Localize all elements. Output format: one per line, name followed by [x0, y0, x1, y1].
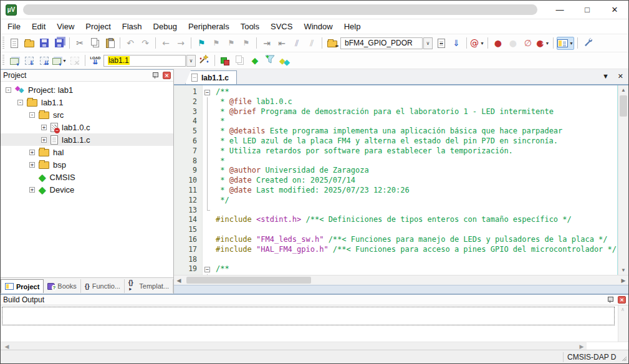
- menu-svcs[interactable]: SVCS: [265, 21, 298, 32]
- dropdown-arrow-icon[interactable]: ▼: [480, 41, 484, 46]
- expander-icon[interactable]: +: [29, 150, 35, 155]
- tree-item-lab1-1-c[interactable]: +lab1.1.c: [1, 133, 173, 146]
- download-load-icon[interactable]: LOAD⇊: [89, 54, 102, 67]
- close-panel-icon[interactable]: ✕: [163, 72, 171, 79]
- enable-disable-breakpoint-icon[interactable]: ●: [506, 37, 520, 50]
- unindent-icon[interactable]: ⇤: [275, 37, 289, 50]
- navigate-back-icon[interactable]: ←: [159, 37, 173, 50]
- save-all-icon[interactable]: [52, 37, 66, 50]
- resize-grip-icon[interactable]: [618, 352, 628, 362]
- fold-marker[interactable]: −: [203, 264, 212, 274]
- code-editor[interactable]: /** * @file lab1.0.c * @brief Programa d…: [212, 85, 618, 275]
- menu-tools[interactable]: Tools: [235, 21, 265, 32]
- expander-icon[interactable]: +: [41, 137, 47, 143]
- close-panel-icon[interactable]: ✕: [618, 296, 626, 304]
- build-icon[interactable]: [22, 54, 36, 67]
- menu-peripherals[interactable]: Peripherals: [183, 21, 235, 32]
- open-file-icon[interactable]: [22, 37, 36, 50]
- paste-icon[interactable]: [103, 37, 117, 50]
- kill-all-breakpoints-icon[interactable]: ●✕▼: [536, 37, 550, 50]
- tree-item-lab1-0-c[interactable]: +lab1.0.c: [1, 121, 173, 133]
- undo-icon[interactable]: ↶: [123, 37, 137, 50]
- insert-breakpoint-icon[interactable]: ●: [491, 37, 505, 50]
- navigate-forward-icon[interactable]: →: [174, 37, 188, 50]
- close-document-icon[interactable]: ✕: [618, 72, 623, 80]
- copy-windows-icon[interactable]: [233, 54, 247, 67]
- stop-build-icon[interactable]: [68, 54, 82, 67]
- tree-item-device[interactable]: +◆Device: [1, 183, 173, 196]
- find-combobox[interactable]: bFM4_GPIO_PDOR: [340, 37, 423, 49]
- scroll-down-icon[interactable]: ▼: [618, 266, 628, 275]
- uncomment-selection-icon[interactable]: ⫽: [305, 37, 319, 50]
- window-configuration-icon[interactable]: ▼: [557, 37, 574, 50]
- menu-edit[interactable]: Edit: [26, 21, 51, 32]
- document-tab[interactable]: lab1.1.c: [185, 70, 237, 84]
- pack-installer-icon[interactable]: ◆◆: [278, 54, 292, 67]
- save-icon[interactable]: [37, 37, 51, 50]
- target-combobox-dropdown[interactable]: ∨: [186, 55, 196, 67]
- at-symbol-find-icon[interactable]: @▼: [470, 37, 484, 50]
- fold-collapse-icon[interactable]: −: [204, 90, 210, 95]
- find-in-files-icon[interactable]: [325, 37, 339, 50]
- menu-debug[interactable]: Debug: [148, 21, 183, 32]
- toggle-bookmark-icon[interactable]: ⚑: [194, 37, 208, 50]
- expander-icon[interactable]: -: [17, 100, 23, 105]
- next-bookmark-icon[interactable]: ⚑: [209, 37, 223, 50]
- clear-bookmarks-icon[interactable]: ⚑: [239, 37, 253, 50]
- find-combobox-dropdown[interactable]: ∨: [423, 37, 433, 49]
- expander-icon[interactable]: +: [29, 187, 35, 193]
- find-in-files-dialog-icon[interactable]: [435, 37, 448, 50]
- menu-project[interactable]: Project: [80, 21, 116, 32]
- menu-help[interactable]: Help: [339, 21, 367, 32]
- scrollbar-thumb[interactable]: [620, 95, 627, 117]
- scroll-right-icon[interactable]: ▶: [618, 275, 628, 285]
- menu-window[interactable]: Window: [298, 21, 338, 32]
- tab-project[interactable]: Project: [1, 279, 44, 293]
- cut-icon[interactable]: ✂: [73, 37, 87, 50]
- pin-icon[interactable]: [607, 296, 614, 304]
- scrollbar-thumb[interactable]: [186, 277, 311, 284]
- pane-splitter[interactable]: [174, 285, 628, 294]
- expander-icon[interactable]: +: [41, 125, 47, 130]
- manage-run-time-environment-icon[interactable]: [218, 54, 232, 67]
- editor-horizontal-scrollbar[interactable]: ◀ ▶: [174, 275, 628, 285]
- expander-icon[interactable]: -: [29, 112, 35, 118]
- new-file-icon[interactable]: [7, 37, 21, 50]
- pin-icon[interactable]: [151, 72, 159, 79]
- fold-marker[interactable]: −: [203, 87, 212, 97]
- scroll-left-icon[interactable]: ◀: [174, 275, 184, 285]
- close-button[interactable]: ✕: [601, 1, 628, 19]
- scroll-up-icon[interactable]: ▲: [618, 85, 628, 95]
- tree-item-bsp[interactable]: +bsp: [1, 158, 173, 171]
- fold-collapse-icon[interactable]: −: [204, 267, 210, 272]
- incremental-find-icon[interactable]: ⇓: [449, 37, 463, 50]
- comment-selection-icon[interactable]: ⫽: [290, 37, 304, 50]
- filter-funnel-icon[interactable]: [263, 54, 277, 67]
- dropdown-arrow-icon[interactable]: ▼: [62, 59, 67, 63]
- menu-view[interactable]: View: [51, 21, 80, 32]
- menu-flash[interactable]: Flash: [117, 21, 148, 32]
- maximize-button[interactable]: □: [574, 1, 601, 19]
- editor-vertical-scrollbar[interactable]: ▲ ▼: [618, 85, 628, 275]
- tab-books[interactable]: Books: [44, 279, 81, 293]
- tree-item-project-lab1[interactable]: -Project: lab1: [1, 84, 173, 96]
- tab-templates[interactable]: {}‣Templat...: [125, 279, 173, 293]
- indent-icon[interactable]: ⇥: [260, 37, 274, 50]
- previous-bookmark-icon[interactable]: ⚑: [224, 37, 238, 50]
- code-fold-margin[interactable]: −−: [203, 85, 212, 275]
- dropdown-arrow-icon[interactable]: ▼: [545, 41, 550, 46]
- build-output-vertical-scrollbar[interactable]: [618, 305, 628, 342]
- tree-item-src[interactable]: -src: [1, 108, 173, 121]
- dropdown-arrow-icon[interactable]: ▼: [569, 41, 574, 46]
- tree-item-lab1-1-target[interactable]: -lab1.1: [1, 96, 173, 108]
- redo-icon[interactable]: ↷: [138, 37, 152, 50]
- minimize-button[interactable]: —: [546, 1, 574, 19]
- tab-functions[interactable]: {}Functio...: [81, 279, 125, 293]
- target-combobox[interactable]: lab1.1: [103, 55, 186, 67]
- software-packs-icon[interactable]: ◆: [248, 54, 262, 67]
- expander-icon[interactable]: +: [29, 162, 35, 168]
- menu-file[interactable]: File: [2, 21, 26, 32]
- rebuild-icon[interactable]: [37, 54, 51, 67]
- build-output-content[interactable]: [1, 305, 628, 342]
- batch-build-icon[interactable]: ▼: [52, 54, 67, 67]
